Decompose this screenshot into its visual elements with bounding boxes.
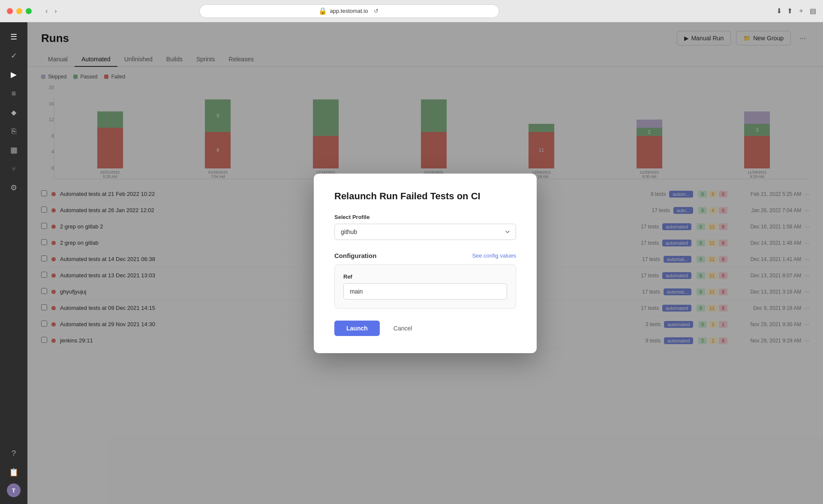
browser-titlebar: ‹ › 🔒 app.testomat.io ↺ ⬇ ⬆ ＋ ▤ [0,0,823,22]
book-icon: 📋 [9,468,18,477]
play-icon: ▶ [11,70,17,79]
fullscreen-traffic-light[interactable] [26,8,32,14]
sidebar-icon-menu[interactable]: ☰ [6,29,21,45]
modal-actions: Launch Cancel [334,321,516,336]
sidebar-icon-layers[interactable]: ◆ [6,105,21,120]
modal-title: Relaunch Run Failed Tests on CI [334,191,516,202]
config-label: Configuration [334,252,376,259]
modal-dialog: Relaunch Run Failed Tests on CI Select P… [314,174,537,353]
browser-frame: ‹ › 🔒 app.testomat.io ↺ ⬇ ⬆ ＋ ▤ ☰ ✓ ▶ [0,0,823,504]
sidebar: ☰ ✓ ▶ ≡ ◆ ⎘ ▦ ⑂ ⚙ [0,22,27,504]
sidebar-icon-link[interactable]: ⎘ [6,123,21,139]
main-content: Runs ▶ Manual Run 📁 New Group ··· Manu [27,22,823,504]
minimize-traffic-light[interactable] [16,8,22,14]
reload-button[interactable]: ↺ [372,6,380,16]
avatar[interactable]: T [7,483,21,497]
back-button[interactable]: ‹ [44,6,49,17]
select-profile-label: Select Profile [334,214,516,220]
forward-button[interactable]: › [53,6,58,17]
ref-label: Ref [343,273,507,280]
sidebar-toggle-button[interactable]: ▤ [810,6,816,15]
checkmark-icon: ✓ [11,51,17,60]
download-button[interactable]: ⬇ [776,6,782,15]
list-icon: ≡ [12,89,16,98]
launch-button[interactable]: Launch [334,321,380,336]
layers-icon: ◆ [11,108,16,117]
menu-icon: ☰ [10,32,17,42]
help-icon: ? [12,449,16,458]
share-button[interactable]: ⬆ [787,6,793,15]
sidebar-icon-branch[interactable]: ⑂ [6,161,21,177]
sidebar-icon-settings[interactable]: ⚙ [6,180,21,195]
cancel-button[interactable]: Cancel [385,321,421,336]
new-tab-button[interactable]: ＋ [798,6,805,15]
address-bar[interactable]: 🔒 app.testomat.io ↺ [199,4,499,18]
close-traffic-light[interactable] [7,8,13,14]
app-layout: ☰ ✓ ▶ ≡ ◆ ⎘ ▦ ⑂ ⚙ [0,22,823,504]
sidebar-icon-list[interactable]: ≡ [6,86,21,101]
link-icon: ⎘ [12,127,16,136]
sidebar-bottom: ? 📋 T [6,446,21,497]
config-header: Configuration See config values [334,252,516,259]
browser-actions: ⬇ ⬆ ＋ ▤ [776,6,816,15]
ref-input[interactable] [343,283,507,300]
sidebar-icon-help[interactable]: ? [6,446,21,461]
sidebar-icon-chart[interactable]: ▦ [6,142,21,158]
lock-icon: 🔒 [318,7,327,15]
configuration-section: Configuration See config values Ref [334,252,516,309]
nav-buttons: ‹ › [44,6,59,17]
url-text: app.testomat.io [330,8,368,14]
chart-icon: ▦ [10,145,18,155]
sidebar-icon-check[interactable]: ✓ [6,48,21,63]
see-config-link[interactable]: See config values [472,252,516,259]
modal-overlay: Relaunch Run Failed Tests on CI Select P… [27,22,823,504]
config-box: Ref [334,264,516,309]
settings-icon: ⚙ [10,183,17,192]
traffic-lights [7,8,32,14]
sidebar-icon-book[interactable]: 📋 [6,465,21,480]
branch-icon: ⑂ [12,165,15,172]
sidebar-icon-play[interactable]: ▶ [6,67,21,82]
profile-select[interactable]: github main staging [334,224,516,240]
